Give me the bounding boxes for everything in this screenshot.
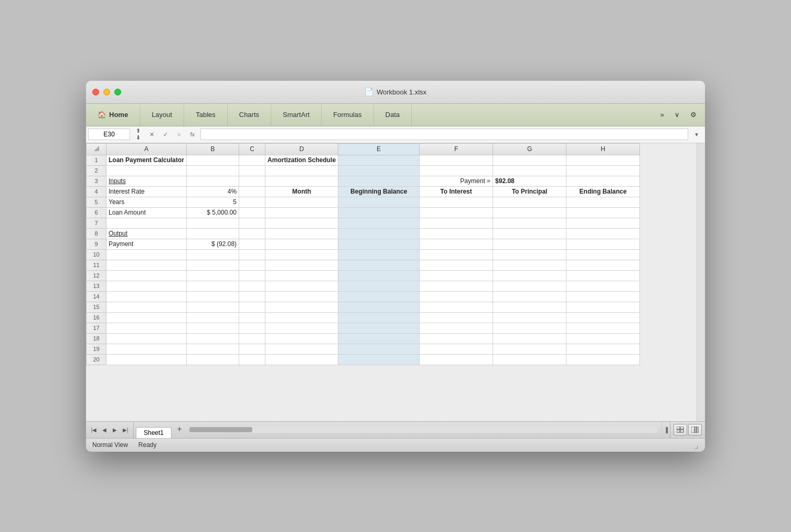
cell-A8[interactable]: Output xyxy=(106,228,187,239)
cell-F3[interactable]: Payment = xyxy=(420,176,493,186)
scroll-end-button[interactable]: ▐ xyxy=(661,422,670,438)
nav-prev-button[interactable]: ◀ xyxy=(100,425,109,434)
cell-B1[interactable] xyxy=(187,155,239,165)
cell-H15[interactable] xyxy=(566,302,640,312)
tab-home[interactable]: 🏠 Home xyxy=(86,104,140,126)
cell-A10[interactable] xyxy=(106,249,187,260)
cell-C6[interactable] xyxy=(239,207,265,218)
cell-F1[interactable] xyxy=(420,155,493,165)
cell-B2[interactable] xyxy=(187,165,239,176)
cell-C11[interactable] xyxy=(239,260,265,270)
cell-G13[interactable] xyxy=(493,281,566,291)
cell-B7[interactable] xyxy=(187,218,239,228)
cell-E20[interactable] xyxy=(338,354,420,365)
cell-E13[interactable] xyxy=(338,281,420,291)
tab-data[interactable]: Data xyxy=(374,104,412,126)
cell-D4[interactable]: Month xyxy=(265,186,338,197)
cell-H8[interactable] xyxy=(566,228,640,239)
cell-E9[interactable] xyxy=(338,239,420,249)
cell-B9[interactable]: $ (92.08) xyxy=(187,239,239,249)
col-header-h[interactable]: H xyxy=(566,143,640,155)
cell-C15[interactable] xyxy=(239,302,265,312)
cell-A2[interactable] xyxy=(106,165,187,176)
cell-H20[interactable] xyxy=(566,354,640,365)
cell-D11[interactable] xyxy=(265,260,338,270)
cell-H18[interactable] xyxy=(566,333,640,344)
cell-B5[interactable]: 5 xyxy=(187,197,239,207)
cell-E17[interactable] xyxy=(338,323,420,333)
formula-input[interactable] xyxy=(200,129,688,140)
cell-G8[interactable] xyxy=(493,228,566,239)
cell-G5[interactable] xyxy=(493,197,566,207)
cell-C18[interactable] xyxy=(239,333,265,344)
cell-D15[interactable] xyxy=(265,302,338,312)
horizontal-scrollbar[interactable] xyxy=(189,427,657,433)
col-header-d[interactable]: D xyxy=(265,143,338,155)
cell-A5[interactable]: Years xyxy=(106,197,187,207)
cell-F5[interactable] xyxy=(420,197,493,207)
cell-F8[interactable] xyxy=(420,228,493,239)
cell-A12[interactable] xyxy=(106,270,187,281)
cell-C9[interactable] xyxy=(239,239,265,249)
cell-C16[interactable] xyxy=(239,312,265,323)
cell-F2[interactable] xyxy=(420,165,493,176)
cell-H16[interactable] xyxy=(566,312,640,323)
more-tabs-button[interactable]: » xyxy=(656,109,668,121)
cell-B18[interactable] xyxy=(187,333,239,344)
cell-E1[interactable] xyxy=(338,155,420,165)
ribbon-gear-button[interactable]: ⚙ xyxy=(686,109,701,121)
cell-C2[interactable] xyxy=(239,165,265,176)
cell-B13[interactable] xyxy=(187,281,239,291)
cell-D10[interactable] xyxy=(265,249,338,260)
vertical-scrollbar[interactable] xyxy=(697,143,705,421)
cell-F14[interactable] xyxy=(420,291,493,302)
maximize-button[interactable] xyxy=(114,89,121,95)
cell-F12[interactable] xyxy=(420,270,493,281)
cell-D20[interactable] xyxy=(265,354,338,365)
cell-E10[interactable] xyxy=(338,249,420,260)
nav-first-button[interactable]: |◀ xyxy=(89,425,99,434)
cell-G19[interactable] xyxy=(493,344,566,354)
cell-D19[interactable] xyxy=(265,344,338,354)
col-header-a[interactable]: A xyxy=(106,143,187,155)
cell-D5[interactable] xyxy=(265,197,338,207)
cell-E15[interactable] xyxy=(338,302,420,312)
cell-B11[interactable] xyxy=(187,260,239,270)
cell-D14[interactable] xyxy=(265,291,338,302)
cell-B20[interactable] xyxy=(187,354,239,365)
ribbon-chevron-button[interactable]: ∨ xyxy=(670,109,684,121)
cell-F20[interactable] xyxy=(420,354,493,365)
cell-B10[interactable] xyxy=(187,249,239,260)
cell-F13[interactable] xyxy=(420,281,493,291)
cell-C19[interactable] xyxy=(239,344,265,354)
cell-E4[interactable]: Beginning Balance xyxy=(338,186,420,197)
cell-C14[interactable] xyxy=(239,291,265,302)
cell-D18[interactable] xyxy=(265,333,338,344)
cell-B8[interactable] xyxy=(187,228,239,239)
col-header-f[interactable]: F xyxy=(420,143,493,155)
cell-A16[interactable] xyxy=(106,312,187,323)
close-button[interactable] xyxy=(92,89,99,95)
col-header-e[interactable]: E xyxy=(338,143,420,155)
nav-last-button[interactable]: ▶| xyxy=(121,425,130,434)
cell-G7[interactable] xyxy=(493,218,566,228)
cell-E8[interactable] xyxy=(338,228,420,239)
cell-A6[interactable]: Loan Amount xyxy=(106,207,187,218)
cell-D3[interactable] xyxy=(265,176,338,186)
cell-H7[interactable] xyxy=(566,218,640,228)
cell-A14[interactable] xyxy=(106,291,187,302)
cell-H19[interactable] xyxy=(566,344,640,354)
cell-E19[interactable] xyxy=(338,344,420,354)
cell-A9[interactable]: Payment xyxy=(106,239,187,249)
cell-A17[interactable] xyxy=(106,323,187,333)
layout-view-button[interactable] xyxy=(688,424,702,435)
cell-A13[interactable] xyxy=(106,281,187,291)
cell-H12[interactable] xyxy=(566,270,640,281)
cell-A3[interactable]: Inputs xyxy=(106,176,187,186)
cell-G6[interactable] xyxy=(493,207,566,218)
tab-smartart[interactable]: SmartArt xyxy=(271,104,322,126)
nav-next-button[interactable]: ▶ xyxy=(110,425,120,434)
cell-E6[interactable] xyxy=(338,207,420,218)
cell-F6[interactable] xyxy=(420,207,493,218)
cell-F17[interactable] xyxy=(420,323,493,333)
